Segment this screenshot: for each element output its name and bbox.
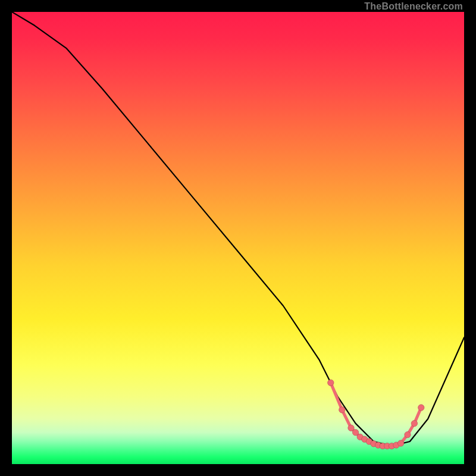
marker-dot — [348, 425, 354, 431]
bottleneck-curve — [12, 12, 464, 446]
marker-dot — [405, 431, 411, 437]
marker-dot — [352, 430, 358, 436]
chart-svg — [12, 12, 464, 464]
marker-dot — [397, 440, 403, 446]
marker-dot — [411, 420, 417, 426]
marker-dot — [418, 405, 424, 411]
marker-dot — [339, 407, 345, 413]
marker-dot — [328, 380, 334, 386]
chart-frame: TheBottlenecker.com — [12, 12, 464, 464]
attribution-text: TheBottlenecker.com — [364, 1, 463, 12]
